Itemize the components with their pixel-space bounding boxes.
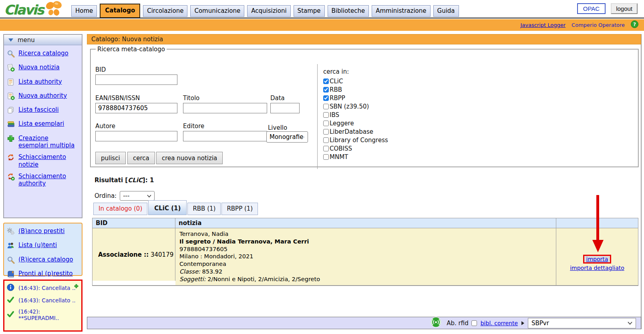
shortcut-link-ricerca-catalogo[interactable]: (R)icerca catalogo [18,256,73,263]
pulisci-button[interactable]: pulisci [95,152,126,164]
sidebar-link-nuova-notizia[interactable]: Nuova notizia [18,64,60,71]
footer-bar: Ab. rfid bibl. corrente SBPvr [87,317,641,329]
form-divider [317,64,318,169]
bid-label: BID [95,66,106,73]
sbn-checkbox[interactable] [323,104,329,109]
clic-checkbox[interactable] [323,78,329,84]
data-input[interactable] [270,103,300,113]
sidebar-item-nuova-notizia: Nuova notizia [7,64,79,73]
library-of-congress-checkbox[interactable] [323,137,329,143]
cobiss-checkbox[interactable] [323,146,329,151]
nav-tab-comunicazione[interactable]: Comunicazione [190,5,244,17]
sidebar-link-schiacciamento-notizie[interactable]: Schiacciamento notizie [18,153,79,168]
check-icon [7,310,14,319]
source-row-clic: CLiC [323,77,388,85]
titolo-input[interactable] [183,103,267,113]
notification-item[interactable]: (16:42): **SUPERADMI.. [7,308,79,321]
autore-input[interactable] [95,131,177,141]
shortcut-link-banco-prestiti[interactable]: (B)anco prestiti [18,227,64,235]
sidebar-link-lista-esemplari[interactable]: Lista esemplari [18,120,64,127]
logout-button[interactable]: logout [611,3,638,14]
source-label: MNMT [329,153,348,161]
results-title-suffix: ]: 1 [143,177,154,184]
nav-tab-guida[interactable]: Guida [433,5,459,17]
classe-label: Classe: [179,268,200,275]
nav-tab-biblioteche[interactable]: Biblioteche [328,5,369,17]
ean-input[interactable] [95,103,177,113]
cerca-button[interactable]: cerca [127,152,155,164]
search-icon [7,50,15,59]
top-actions: OPAC logout [577,3,638,14]
ean-label: EAN/ISBN/ISSN [95,95,140,102]
leggere-checkbox[interactable] [323,121,329,126]
menu-header[interactable]: menu [4,35,82,45]
cerca-in-label: cerca in: [323,68,388,77]
sidebar-link-lista-fascicoli[interactable]: Lista fascicoli [18,106,59,113]
editore-input[interactable] [183,131,267,141]
rbpp-checkbox[interactable] [323,95,329,101]
main-nav: Home Catalogo Circolazione Comunicazione… [71,4,459,17]
rfid-checkbox[interactable] [471,320,477,326]
sidebar-link-schiacciamento-authority[interactable]: Schiacciamento authority [18,173,79,187]
tab-in-catalogo[interactable]: In catalogo (0) [93,203,147,215]
expand-plus-icon[interactable] [74,283,78,290]
shortcut-pronti-al-prestito: Pronti al (p)restito [7,270,79,280]
sidebar-link-lista-authority[interactable]: Lista authority [18,78,62,85]
nav-tab-home[interactable]: Home [71,5,97,17]
search-icon [7,256,15,266]
check-mark-icon [324,79,328,83]
shortcut-link-pronti-al-prestito[interactable]: Pronti al (p)restito [18,270,72,277]
nav-tab-amministrazione[interactable]: Amministrazione [372,5,430,17]
crea-nuova-notizia-button[interactable]: crea nuova notizia [156,152,223,164]
results-table: BID notizia Associazione :: 340179 Terra… [92,218,638,286]
bid-input[interactable] [95,74,177,85]
liberdatabase-checkbox[interactable] [323,129,329,135]
tab-rbb[interactable]: RBB (1) [187,203,221,215]
sidebar-link-creazione-esemplari[interactable]: Creazione esemplari multipla [18,135,79,149]
menu-items: Ricerca catalogo Nuova notizia Lista aut… [4,45,82,192]
opac-button[interactable]: OPAC [577,3,606,14]
tab-clic[interactable]: CLiC (1) [148,200,187,215]
rfid-icon[interactable] [431,317,441,329]
results-tabs: In catalogo (0) CLiC (1) RBB (1) RBPP (1… [93,200,259,215]
source-label: LiberDatabase [329,128,373,135]
importa-dettagliato-link[interactable]: importa dettagliato [570,265,624,271]
nav-tab-catalogo[interactable]: Catalogo [100,4,140,18]
nav-tab-circolazione[interactable]: Circolazione [143,5,187,17]
sidebar-link-nuova-authority[interactable]: Nuova authority [18,92,67,99]
check-mark-icon [324,96,328,100]
notification-item[interactable]: (16:43): Cancellata .. [7,284,79,292]
source-row-liberdatabase: LiberDatabase [323,127,388,136]
sidebar-item-lista-fascicoli: Lista fascicoli [7,106,79,116]
source-row-library-of-congress: Library of Congress [323,136,388,144]
rbb-checkbox[interactable] [323,87,329,93]
bibl-corrente-link[interactable]: bibl. corrente [481,320,518,326]
book-icon [7,270,15,280]
source-label: CLiC [329,78,343,85]
rfid-label: Ab. rfid [447,320,468,327]
ibs-checkbox[interactable] [323,112,329,118]
record-soggetti: Soggetti: 2/Nonni e Nipoti, 2/Amicizia, … [179,276,552,283]
chevron-down-icon [147,195,151,197]
shortcut-link-lista-utenti[interactable]: Lista (u)tenti [18,241,57,249]
shortcut-lista-utenti: Lista (u)tenti [7,241,79,251]
nav-tab-acquisizioni[interactable]: Acquisizioni [247,5,290,17]
secondary-bar: Javascript Logger Comperio Operatore ? [0,19,644,31]
javascript-logger-link[interactable]: Javascript Logger [520,22,566,28]
ordina-select[interactable]: --- [120,191,155,201]
ordina-row: Ordina: --- [95,191,155,201]
mnmt-checkbox[interactable] [323,154,329,160]
sidebar-shortcuts-panel: (B)anco prestiti Lista (u)tenti (R)icerc… [3,223,83,276]
livello-select[interactable]: Monografie [266,131,308,143]
notification-text: (16:42): **SUPERADMI.. [18,308,79,321]
help-icon[interactable]: ? [631,20,638,30]
sidebar-link-ricerca-catalogo[interactable]: Ricerca catalogo [18,50,68,57]
nav-tab-stampe[interactable]: Stampe [294,5,325,17]
source-row-cobiss: COBISS [323,144,388,153]
importa-link[interactable]: importa [586,256,608,262]
library-select[interactable]: SBPvr [528,318,636,328]
tab-rbpp[interactable]: RBPP (1) [221,203,258,215]
notification-item[interactable]: (16:43): Cancellato .. [7,296,79,305]
source-row-rbpp: RBPP [323,94,388,102]
notizia-cell: Terranova, Nadia Il segreto / Nadia Terr… [175,228,556,285]
